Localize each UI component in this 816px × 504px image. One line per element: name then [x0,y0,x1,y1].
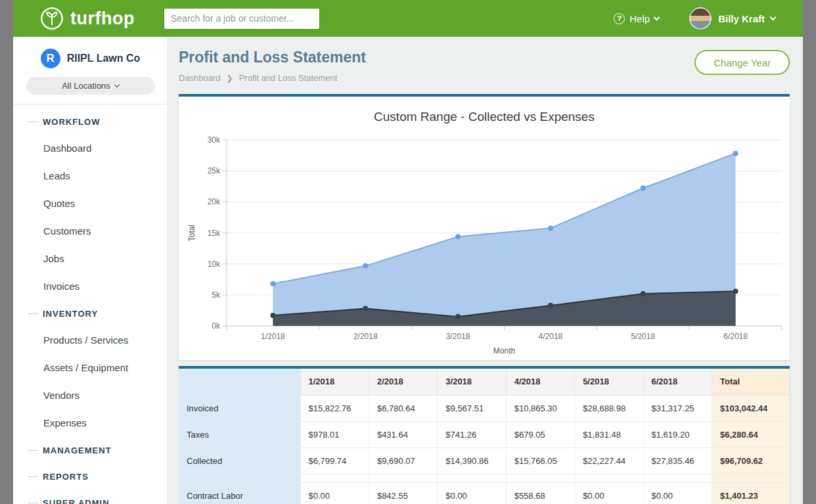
help-menu[interactable]: ? Help [614,13,659,24]
topbar-right: ? Help Billy Kraft [614,7,775,30]
sidebar-nav: WORKFLOWDashboardLeadsQuotesCustomersJob… [13,104,168,504]
search-input[interactable] [164,8,320,30]
spacer-cell [712,474,790,482]
cell-value: $9,567.51 [438,395,506,421]
cell-value: $0.00 [300,482,369,504]
nav-section-reports[interactable]: REPORTS [13,463,168,490]
turfhop-logo-icon [39,6,64,31]
svg-text:3/2018: 3/2018 [446,332,470,341]
svg-text:15k: 15k [208,229,221,238]
cell-value: $14,390.86 [438,447,506,474]
table-header-2-2018: 2/2018 [369,369,437,395]
svg-text:4/2018: 4/2018 [539,332,563,341]
table-header-5-2018: 5/2018 [575,369,643,395]
cell-value: $842.55 [369,482,437,504]
svg-text:5k: 5k [212,290,221,300]
sidebar-item-quotes[interactable]: Quotes [13,190,168,218]
sidebar-item-customers[interactable]: Customers [13,218,168,245]
spacer-cell [506,474,574,482]
cell-value: $22,227.44 [575,447,643,474]
row-total: $1,401.23 [712,482,790,504]
svg-text:1/2018: 1/2018 [261,332,285,341]
tree-dash-icon [29,476,38,477]
tree-dash-icon [29,122,38,122]
cell-value: $28,688.98 [575,395,643,421]
chart-title: Custom Range - Collected vs Expenses [179,97,790,127]
help-icon: ? [614,13,625,24]
row-label: Taxes [179,421,300,447]
cell-value: $6,799.74 [300,447,369,474]
spacer-cell [369,474,437,482]
tree-dash-icon [29,503,38,503]
svg-text:5/2018: 5/2018 [631,332,655,341]
pl-table: 1/20182/20183/20184/20185/20186/2018Tota… [179,369,790,504]
row-total: $103,042.44 [712,395,790,421]
cell-value: $6,780.64 [369,395,437,421]
breadcrumb-separator-icon: ❯ [227,74,233,83]
cell-value: $27,835.46 [643,447,712,474]
nav-section-super-admin[interactable]: SUPER ADMIN [13,490,168,504]
table-header-Total: Total [712,369,790,395]
cell-value: $431.64 [369,421,437,447]
svg-text:10k: 10k [208,260,221,269]
sidebar-item-jobs[interactable]: Jobs [13,245,168,273]
table-spacer-row [179,474,790,482]
sidebar-item-invoices[interactable]: Invoices [13,273,168,300]
sidebar-item-vendors[interactable]: Vendors [13,382,168,409]
table-row: Invoiced$15,822.76$6,780.64$9,567.51$10,… [179,395,790,421]
chevron-down-icon [114,81,120,87]
sidebar: R RIIPL Lawn Co All Locations WORKFLOWDa… [13,37,168,504]
cell-value: $10,865.30 [506,395,574,421]
company-logo-icon: R [41,49,60,68]
table-header-1-2018: 1/2018 [300,369,369,395]
company-badge: R RIIPL Lawn Co [13,49,168,68]
table-header-3-2018: 3/2018 [438,369,506,395]
cell-value: $15,822.76 [300,395,369,421]
cell-value: $15,766.05 [506,447,574,474]
sidebar-item-expenses[interactable]: Expenses [13,409,168,437]
brand[interactable]: turfhop [39,6,135,31]
help-label: Help [629,13,650,24]
page-title: Profit and Loss Statement [179,49,366,66]
spacer-cell [643,474,712,482]
chart-card: Custom Range - Collected vs Expenses 0k5… [179,94,790,360]
cell-value: $0.00 [438,482,506,504]
sidebar-item-assets-equipment[interactable]: Assets / Equipment [13,354,168,382]
chevron-down-icon [654,14,660,20]
nav-section-workflow[interactable]: WORKFLOW [13,108,168,135]
locations-label: All Locations [62,81,110,91]
sidebar-item-products-services[interactable]: Products / Services [13,327,168,354]
svg-text:0k: 0k [212,321,221,331]
cell-value: $0.00 [575,482,643,504]
row-label: Invoiced [179,395,300,421]
table-row: Contract Labor$0.00$842.55$0.00$558.68$0… [179,482,790,504]
company-name: RIIPL Lawn Co [67,53,141,64]
sidebar-item-leads[interactable]: Leads [13,162,168,190]
spacer-cell [575,474,643,482]
user-name[interactable]: Billy Kraft [718,13,765,24]
pl-table-card: 1/20182/20183/20184/20185/20186/2018Tota… [179,366,790,504]
row-total: $96,709.62 [712,447,790,474]
breadcrumb-dashboard[interactable]: Dashboard [179,73,221,83]
nav-section-management[interactable]: MANAGEMENT [13,437,168,463]
table-header-blank [179,369,300,395]
spacer-cell [438,474,506,482]
chevron-down-icon[interactable] [770,14,777,20]
brand-name: turfhop [70,9,135,29]
svg-text:6/2018: 6/2018 [723,332,748,341]
nav-section-label: SUPER ADMIN [43,498,110,504]
cell-value: $679.05 [506,421,574,447]
sidebar-item-dashboard[interactable]: Dashboard [13,135,168,162]
locations-dropdown[interactable]: All Locations [26,77,155,95]
change-year-button[interactable]: Change Year [694,50,790,75]
row-total: $6,280.64 [712,421,790,447]
svg-text:25k: 25k [208,166,221,175]
svg-text:30k: 30k [208,135,221,145]
cell-value: $0.00 [643,482,712,504]
table-row: Collected$6,799.74$9,690.07$14,390.86$15… [179,447,790,474]
cell-value: $1,831.48 [575,421,643,447]
tree-dash-icon [29,313,38,314]
user-avatar[interactable] [689,7,712,30]
spacer-cell [300,474,369,482]
nav-section-inventory[interactable]: INVENTORY [13,300,168,327]
